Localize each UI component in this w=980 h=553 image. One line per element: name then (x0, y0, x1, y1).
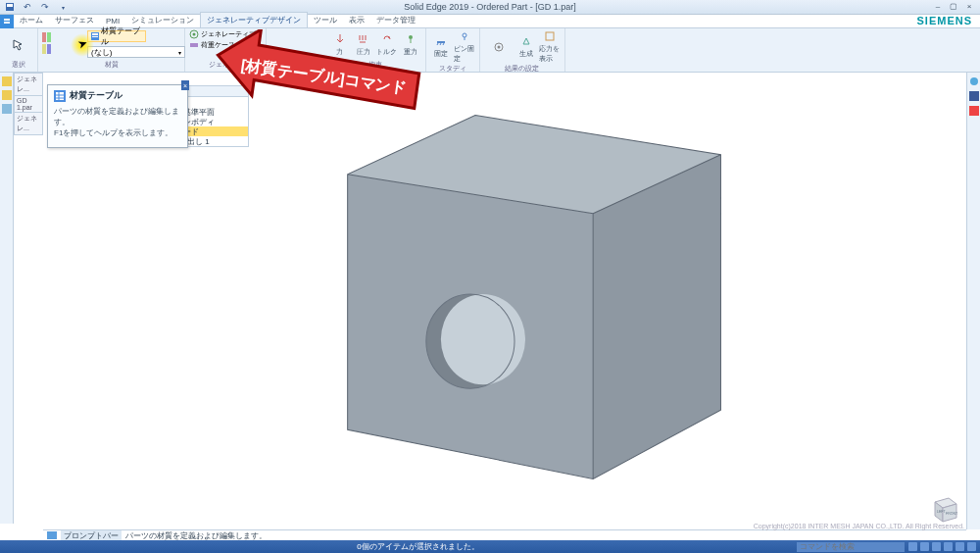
generate-button[interactable]: 生成 (515, 29, 537, 64)
material-table-label: 材質テーブル (101, 25, 145, 47)
stress-icon (543, 29, 557, 43)
group-generative: ジェネレーティブ... 荷重ケース... ジェネレ... (185, 28, 267, 72)
dock-tab-3[interactable]: ジェネレ... (14, 112, 43, 135)
torque-button[interactable]: トルク (376, 29, 398, 60)
view-cube[interactable]: LEFT FRONT (927, 490, 962, 526)
lb-icon-3[interactable] (2, 104, 12, 114)
generative-study-button[interactable]: ジェネレーティブ... (189, 29, 262, 39)
svg-rect-9 (47, 44, 51, 54)
svg-rect-42 (47, 531, 57, 539)
maximize-button[interactable]: ▢ (947, 2, 960, 12)
show-stress-button[interactable]: 応力を表示 (539, 29, 561, 64)
svg-rect-12 (190, 43, 198, 47)
save-icon[interactable] (4, 1, 16, 13)
lb-icon-1[interactable] (2, 76, 12, 86)
settings-button[interactable] (484, 29, 514, 64)
svg-point-39 (970, 77, 978, 85)
rb-icon-3[interactable] (969, 106, 979, 116)
svg-rect-20 (2, 90, 12, 100)
lb-icon-2[interactable] (2, 90, 12, 100)
torque-icon (380, 32, 394, 46)
material-table-button[interactable]: 材質テーブル (87, 30, 146, 42)
status-bar: 0個のアイテムが選択されました。 (0, 540, 980, 553)
tab-tools[interactable]: ツール (308, 13, 343, 27)
minimize-button[interactable]: – (931, 2, 945, 12)
redo-icon[interactable]: ↷ (39, 1, 51, 13)
window-controls: – ▢ × (931, 2, 976, 12)
paint-icon[interactable] (40, 30, 54, 58)
material-table-icon (54, 90, 66, 102)
rb-icon-2[interactable] (969, 91, 979, 101)
svg-rect-21 (2, 104, 12, 114)
close-button[interactable]: × (962, 2, 976, 12)
tab-surface[interactable]: サーフェス (49, 13, 100, 27)
pin-button[interactable]: ピン固定 (454, 29, 475, 64)
qat-dropdown-icon[interactable]: ▾ (57, 1, 69, 13)
tab-home[interactable]: ホーム (14, 13, 49, 27)
ribbon-body: 選択 材質テーブル (なし) ▾ 材質 ジェネレーティブ... 荷重ケース...… (0, 28, 980, 73)
svg-rect-14 (437, 41, 445, 43)
tab-data[interactable]: データ管理 (370, 13, 421, 27)
group-material-label: 材質 (42, 60, 180, 71)
tab-generative[interactable]: ジェネレーティブデザイン (200, 12, 308, 27)
prompt-icon (47, 531, 57, 539)
svg-text:LEFT: LEFT (937, 510, 946, 514)
status-icon-6[interactable] (967, 542, 976, 551)
group-loads: 力 圧力 トルク 重力 拘束 (325, 28, 426, 72)
status-icon-3[interactable] (932, 542, 941, 551)
pressure-button[interactable]: 圧力 (353, 29, 374, 60)
svg-rect-5 (92, 36, 98, 37)
svg-point-13 (409, 35, 413, 39)
quick-access-toolbar: ↶ ↷ ▾ (4, 1, 69, 13)
fixed-button[interactable]: 固定 (430, 29, 452, 64)
undo-icon[interactable]: ↶ (22, 1, 33, 13)
prompt-bar: プロンプトバー パーツの材質を定義および編集します。 (43, 529, 966, 540)
gear-icon (492, 40, 506, 54)
material-combo-value: (なし) (91, 47, 112, 58)
svg-rect-1 (7, 4, 13, 7)
rb-icon-1[interactable] (969, 76, 979, 86)
dock-tab-1[interactable]: ジェネレ... (14, 73, 43, 96)
brand-logo: SIEMENS (916, 15, 972, 26)
svg-rect-8 (42, 44, 46, 54)
gravity-icon (404, 32, 417, 46)
tooltip-close-icon[interactable]: × (181, 80, 189, 90)
status-icon-1[interactable] (908, 542, 917, 551)
material-combo[interactable]: (なし) ▾ (87, 46, 185, 58)
select-button[interactable] (4, 29, 33, 60)
prompt-label: プロンプトバー (61, 530, 122, 541)
copyright-text: Copyright(c)2018 INTER MESH JAPAN CO.,LT… (754, 523, 964, 529)
tooltip-line1: パーツの材質を定義および編集します。 (54, 106, 181, 127)
generate-icon (519, 34, 533, 48)
tooltip-title: 材質テーブル (70, 89, 122, 102)
viewport-3d[interactable]: LEFT FRONT (43, 84, 966, 529)
svg-point-15 (463, 33, 466, 37)
svg-rect-41 (969, 106, 979, 116)
dock-tab-2[interactable]: GD 1.par (14, 95, 43, 113)
force-button[interactable]: 力 (329, 29, 351, 60)
ribbon-tabs: ホーム サーフェス PMI シミュレーション ジェネレーティブデザイン ツール … (0, 15, 980, 28)
gravity-button[interactable]: 重力 (400, 29, 421, 60)
svg-rect-4 (92, 33, 98, 35)
force-icon (333, 32, 347, 46)
group-select-label: 選択 (4, 60, 33, 71)
right-toolbar (966, 73, 980, 529)
load-case-button[interactable]: 荷重ケース... (189, 40, 262, 50)
tab-view[interactable]: 表示 (343, 13, 370, 27)
command-search-input[interactable] (797, 542, 905, 552)
status-icon-2[interactable] (920, 542, 929, 551)
svg-rect-19 (2, 76, 12, 86)
pin-icon (458, 29, 471, 43)
window-title: Solid Edge 2019 - Ordered Part - [GD 1.p… (404, 2, 576, 12)
svg-rect-7 (47, 32, 51, 42)
status-icon-4[interactable] (944, 542, 953, 551)
cursor-icon (12, 38, 25, 52)
svg-rect-18 (546, 32, 554, 40)
status-icons (908, 542, 980, 551)
dock-tabs: ジェネレ... GD 1.par ジェネレ... (14, 73, 43, 134)
fixed-icon (434, 34, 448, 48)
status-icon-5[interactable] (956, 542, 964, 551)
group-select: 選択 (0, 28, 38, 72)
application-button[interactable] (0, 15, 14, 28)
tooltip-line2: F1を押してヘルプを表示します。 (54, 127, 181, 138)
